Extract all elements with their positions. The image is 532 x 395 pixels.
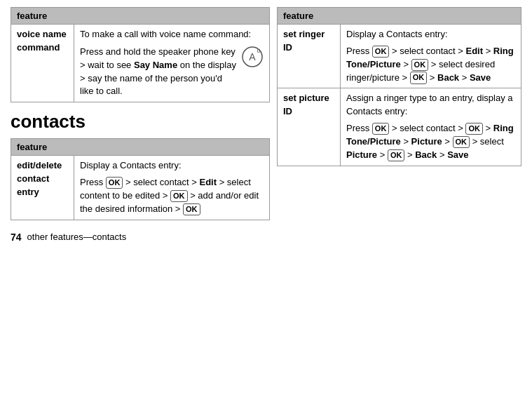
picture-bold2: Picture bbox=[346, 149, 377, 160]
feature-content-voice: To make a call with voice name command: … bbox=[74, 25, 270, 102]
left-column: feature voice name command To make a cal… bbox=[11, 7, 270, 220]
picture-bold: Picture bbox=[411, 136, 442, 147]
contacts-table: feature edit/delete contact entry Displa… bbox=[11, 138, 270, 220]
back-bold-r: Back bbox=[437, 72, 459, 83]
feature-content-ringer: Display a Contacts entry: Press OK > sel… bbox=[341, 25, 521, 88]
back-bold-p: Back bbox=[415, 149, 437, 160]
ringer-instruction: Press OK > select contact > Edit > Ring … bbox=[346, 45, 515, 85]
ok-btn-p4: OK bbox=[388, 149, 405, 161]
svg-text:o: o bbox=[257, 47, 260, 54]
voice-instruction: Press and hold the speaker phone key > w… bbox=[80, 46, 264, 98]
contacts-table-header: feature bbox=[11, 139, 270, 156]
right-column: feature set ringer ID Display a Contacts… bbox=[277, 7, 521, 220]
contacts-heading: contacts bbox=[11, 111, 270, 133]
picture-instruction: Press OK > select contact > OK > Ring To… bbox=[346, 122, 515, 162]
table-row-picture: set picture ID Assign a ringer type to a… bbox=[278, 88, 521, 166]
ok-btn-1: OK bbox=[106, 177, 123, 189]
feature-label-picture: set picture ID bbox=[278, 88, 341, 166]
ok-btn-3: OK bbox=[183, 203, 200, 215]
edit-intro: Display a Contacts entry: bbox=[80, 159, 264, 173]
right-table: feature set ringer ID Display a Contacts… bbox=[277, 7, 521, 166]
edit-instruction: Press OK > select contact > Edit > selec… bbox=[80, 176, 264, 216]
feature-label-voice: voice name command bbox=[11, 25, 74, 102]
save-bold-p: Save bbox=[447, 149, 468, 160]
edit-bold-r: Edit bbox=[465, 46, 483, 56]
ringtone-bold: Ring Tone/Picture bbox=[346, 46, 514, 69]
edit-bold: Edit bbox=[199, 177, 217, 187]
ok-btn-r2: OK bbox=[411, 59, 429, 71]
svg-text:A: A bbox=[249, 51, 256, 62]
feature-content-edit: Display a Contacts entry: Press OK > sel… bbox=[74, 156, 270, 220]
ok-btn-p3: OK bbox=[453, 136, 470, 148]
say-name-text: Say Name bbox=[134, 60, 177, 70]
footer-bar: 74 other features—contacts bbox=[11, 232, 521, 243]
picture-intro: Assign a ringer type to an entry, displa… bbox=[346, 92, 515, 119]
ok-btn-r3: OK bbox=[410, 72, 428, 83]
ringer-intro: Display a Contacts entry: bbox=[346, 28, 515, 41]
right-table-header: feature bbox=[278, 8, 521, 25]
feature-label-ringer: set ringer ID bbox=[278, 25, 341, 88]
table-row: voice name command To make a call with v… bbox=[11, 25, 270, 102]
feature-label-edit: edit/delete contact entry bbox=[11, 156, 74, 220]
ok-btn-p2: OK bbox=[465, 123, 483, 135]
feature-content-picture: Assign a ringer type to an entry, displa… bbox=[341, 88, 521, 166]
speaker-icon: A o bbox=[241, 46, 264, 72]
ok-btn-r1: OK bbox=[372, 46, 390, 58]
voice-intro: To make a call with voice name command: bbox=[80, 28, 264, 41]
ok-btn-p1: OK bbox=[372, 123, 390, 135]
page-number: 74 bbox=[11, 232, 22, 243]
save-bold-r: Save bbox=[470, 72, 491, 83]
ok-btn-2: OK bbox=[170, 190, 188, 202]
table-row-ringer: set ringer ID Display a Contacts entry: … bbox=[278, 25, 521, 88]
left-table: feature voice name command To make a cal… bbox=[11, 7, 270, 102]
left-table-header: feature bbox=[11, 8, 270, 25]
footer-text: other features—contacts bbox=[27, 232, 127, 242]
table-row-edit: edit/delete contact entry Display a Cont… bbox=[11, 156, 270, 220]
